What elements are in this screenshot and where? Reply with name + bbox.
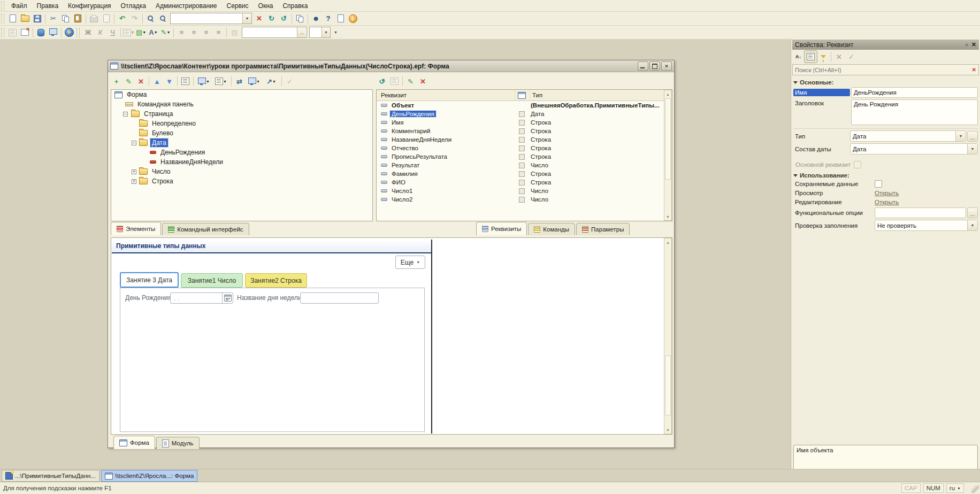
print-preview-button[interactable] <box>100 13 112 25</box>
tab-command-interface[interactable]: Командный интерфейс <box>162 223 249 235</box>
menu-edit[interactable]: Правка <box>32 1 64 11</box>
property-row-main-attribute[interactable]: Основной реквизит <box>793 161 978 168</box>
functional-options-field[interactable] <box>875 207 966 218</box>
cancel-edit-button[interactable]: ✕ <box>833 51 845 63</box>
find-button[interactable] <box>144 13 157 25</box>
update-db-configuration-button[interactable] <box>35 27 47 38</box>
italic-button[interactable]: К <box>94 27 106 38</box>
stretch-button[interactable]: ↗▼ <box>263 75 280 87</box>
name-value-field[interactable]: ДеньРождения <box>851 87 978 98</box>
cut-button[interactable]: ✂ <box>47 13 59 25</box>
attribute-row-name[interactable]: Имя Строка <box>377 118 672 127</box>
show-important-button[interactable] <box>817 51 829 63</box>
syntax-helper-button[interactable]: ☻ <box>310 13 322 25</box>
tree-item-birthday[interactable]: ДеньРождения <box>111 148 372 157</box>
delete-element-button[interactable]: ✕ <box>135 75 147 87</box>
clear-search-button[interactable]: ✕ <box>253 13 265 25</box>
fill-color-button[interactable]: ▤▼ <box>135 27 147 38</box>
font-color-button[interactable]: A▼ <box>147 27 159 38</box>
align-left-button[interactable]: ≡ <box>175 27 188 38</box>
order-button[interactable]: ⇄ <box>233 75 246 87</box>
collapse-icon[interactable]: − <box>132 141 136 145</box>
size-mode-button[interactable]: ▼ <box>246 75 263 87</box>
property-label[interactable]: Функциональные опции <box>793 209 875 217</box>
column-header-type[interactable]: Тип <box>532 92 542 98</box>
tree-item-page[interactable]: − Страница <box>111 109 372 119</box>
search-combobox[interactable]: ▼ <box>170 13 252 24</box>
pin-icon[interactable]: ○ <box>965 42 968 48</box>
tree-item-date[interactable]: − Дата <box>111 138 372 148</box>
scrollbar-thumb[interactable] <box>665 98 671 180</box>
sort-alphabetical-button[interactable]: A↓ <box>792 51 805 63</box>
panels-button[interactable]: ▼ <box>212 75 229 87</box>
tab-module[interactable]: Модуль <box>156 437 200 449</box>
style-dots-icon[interactable]: ... <box>297 27 306 37</box>
tree-item-undefined[interactable]: Неопределено <box>111 119 372 128</box>
preview-tab-lesson1-number[interactable]: Занятие1 Число <box>181 273 243 288</box>
toolbar1-grip[interactable] <box>1 14 4 24</box>
toolbar-overflow-icon[interactable]: ▼ <box>334 30 338 34</box>
properties-search[interactable]: ✕ <box>792 64 979 75</box>
scrollbar-thumb[interactable] <box>665 356 671 415</box>
caption-value-field[interactable]: День Рождения <box>851 99 978 125</box>
property-label[interactable]: Состав даты <box>793 145 850 153</box>
open-button[interactable] <box>19 13 31 25</box>
fill-check-combobox[interactable]: Не проверять ▼ <box>875 220 978 231</box>
birthday-date-input[interactable]: . . <box>170 292 233 304</box>
windows-list-button[interactable] <box>294 13 306 25</box>
help-contents-button[interactable] <box>334 13 347 25</box>
attribute-row-result[interactable]: Результат Число <box>377 161 672 169</box>
saved-data-checkbox[interactable] <box>875 180 882 188</box>
property-row-name[interactable]: Имя ДеньРождения <box>793 87 978 98</box>
scroll-up-icon[interactable]: ▲ <box>664 238 671 246</box>
format-toolbar-grip[interactable] <box>76 28 80 37</box>
apply-edit-button[interactable]: ✓ <box>845 51 858 63</box>
check-form-button[interactable]: ✓ <box>284 75 296 87</box>
more-button[interactable]: Еще ▼ <box>395 256 425 269</box>
client-window-button[interactable] <box>47 27 59 38</box>
delete-attribute-button[interactable]: ✕ <box>417 75 429 87</box>
undo-button[interactable]: ↶ <box>116 13 128 25</box>
calendar-picker-button[interactable] <box>222 293 233 303</box>
attribute-checkbox[interactable] <box>519 145 525 151</box>
language-indicator[interactable]: ru▼ <box>946 483 964 493</box>
tree-item-form[interactable]: Форма <box>111 90 372 99</box>
maximize-button[interactable] <box>649 61 660 71</box>
search-dropdown-icon[interactable]: ▼ <box>242 13 251 24</box>
attribute-checkbox[interactable] <box>519 171 525 177</box>
edit-open-link[interactable]: Открыть <box>875 199 899 205</box>
tree-item-string[interactable]: + Строка <box>111 176 372 186</box>
close-configuration-button[interactable] <box>19 27 31 38</box>
attribute-row-surname[interactable]: Фамилия Строка <box>377 169 672 178</box>
underline-button[interactable]: Ч <box>106 27 119 38</box>
style-combobox[interactable]: ... <box>242 27 307 38</box>
tab-attributes[interactable]: Реквизиты <box>476 222 527 235</box>
expand-icon[interactable]: + <box>132 169 136 174</box>
property-row-caption[interactable]: Заголовок День Рождения <box>793 99 978 125</box>
weekday-name-input[interactable] <box>300 292 379 304</box>
borders-button[interactable]: ▼ <box>122 27 135 38</box>
toolbar2-grip[interactable] <box>1 28 4 37</box>
property-row-date-parts[interactable]: Состав даты Дата ▼ <box>793 143 978 155</box>
property-row-saved-data[interactable]: Сохраняемые данные <box>793 180 978 188</box>
scroll-down-icon[interactable]: ▼ <box>664 426 671 434</box>
align-right-button[interactable]: ≡ <box>200 27 212 38</box>
attribute-checkbox[interactable] <box>519 163 525 168</box>
close-window-button[interactable]: ✕ <box>661 61 672 71</box>
menu-service[interactable]: Сервис <box>221 1 253 11</box>
save-button[interactable] <box>31 13 43 25</box>
print-button[interactable] <box>88 13 100 25</box>
attribute-row-patronymic[interactable]: Отчество Строка <box>377 144 672 152</box>
taskbar-button-form[interactable]: \\tsclient\Z\Яросла...: Форма <box>101 470 197 482</box>
resize-grip[interactable] <box>971 485 979 493</box>
move-up-button[interactable]: ▲ <box>151 75 163 87</box>
scroll-up-icon[interactable]: ▲ <box>664 90 671 98</box>
fill-check-dropdown-icon[interactable]: ▼ <box>967 220 977 230</box>
edit-list-button[interactable] <box>179 75 192 87</box>
scroll-down-icon[interactable]: ▼ <box>664 213 671 220</box>
menu-windows[interactable]: Окна <box>254 1 278 11</box>
date-parts-dropdown-icon[interactable]: ▼ <box>967 144 977 154</box>
collapse-icon[interactable]: − <box>123 112 128 117</box>
info-button[interactable]: i <box>347 13 359 25</box>
copy-button[interactable] <box>59 13 72 25</box>
